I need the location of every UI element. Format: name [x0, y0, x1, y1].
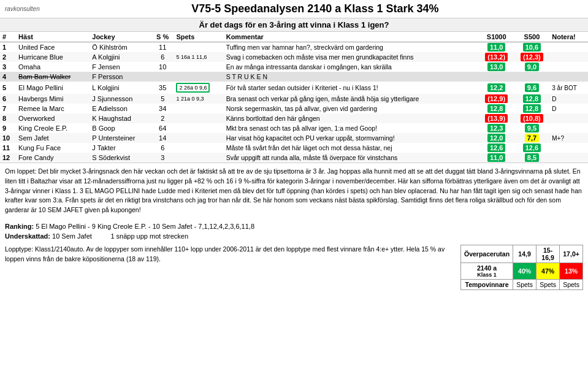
row-s500: 12,6 — [514, 143, 550, 153]
pace-row1-c2: 47% — [536, 262, 559, 279]
col-spets: Spets — [174, 32, 223, 42]
ranking-block: Ranking: 5 El Mago Pellini - 9 King Creo… — [0, 219, 588, 242]
row-s1000: (12,9) — [479, 94, 514, 104]
ranking-text: 5 El Mago Pellini - 9 King Creole E.P. -… — [36, 223, 254, 230]
row-notera — [549, 52, 588, 62]
pace-row2-c2: Spets — [536, 279, 559, 289]
row-s500: (10,8) — [514, 113, 550, 123]
col-kommentar: Kommentar — [224, 32, 479, 42]
row-kommentar: Mkt bra senast och tas på allvar igen, 1… — [224, 123, 479, 133]
col-num: # — [0, 32, 16, 42]
row-jockey: B Goop — [90, 123, 151, 133]
row-kommentar: En av många intressanta danskar i omgång… — [224, 62, 479, 72]
col-spets-pct: S % — [151, 32, 174, 42]
row-notera — [549, 113, 588, 123]
row-horse: Sem Jafet — [16, 133, 90, 143]
row-kommentar: Bra senast och verkar på gång igen, måst… — [224, 94, 479, 104]
row-s1000: 12,2 — [479, 82, 514, 94]
col-horse: Häst — [16, 32, 90, 42]
row-s1000: 12,8 — [479, 104, 514, 113]
row-horse: United Face — [16, 42, 90, 53]
logo: ravkonsulten — [5, 6, 40, 12]
row-s1000: (13,2) — [479, 52, 514, 62]
underskattad-text: 10 Sem Jafet — [52, 232, 92, 240]
row-s500: 8,5 — [514, 153, 550, 163]
row-num: 10 — [0, 133, 16, 143]
row-kommentar: För två starter sedan outsider i Kriteri… — [224, 82, 479, 94]
page-title: V75-5 Speedanalysen 2140 a Klass 1 Stark… — [47, 2, 583, 15]
row-kommentar: Måste få svårt från det här läget och mo… — [224, 143, 479, 153]
row-jockey: F Persson — [90, 72, 151, 82]
row-jockey: Ö Kihlström — [90, 42, 151, 53]
row-spets-pct: 14 — [151, 133, 174, 143]
col-jockey: Jockey — [90, 32, 151, 42]
row-num: 5 — [0, 82, 16, 94]
row-kommentar: Känns bortlottad den här gången — [224, 113, 479, 123]
row-s500: 12,8 — [514, 94, 550, 104]
row-horse: Hurricane Blue — [16, 52, 90, 62]
main-table: # Häst Jockey S % Spets Kommentar S1000 … — [0, 32, 588, 163]
row-spets-pct: 34 — [151, 104, 174, 113]
row-horse: Omaha — [16, 62, 90, 72]
header-top: ravkonsulten V75-5 Speedanalysen 2140 a … — [0, 0, 588, 18]
row-s1000 — [479, 72, 514, 82]
row-s500: 10,6 — [514, 42, 550, 53]
row-spets-pct: 64 — [151, 123, 174, 133]
row-horse: King Creole E.P. — [16, 123, 90, 133]
row-notera — [549, 143, 588, 153]
row-spets: 5 16a 1 11,6 — [174, 52, 223, 62]
pace-col2-header: 15-16,9 — [536, 245, 559, 262]
bottom-section: Lopptype: Klass1/2140auto. Av de loppype… — [0, 242, 588, 293]
pace-header-label: Överpacerutan — [461, 245, 513, 262]
row-num: 11 — [0, 143, 16, 153]
pace-col1-header: 14,9 — [513, 245, 536, 262]
row-spets-pct: 6 — [151, 143, 174, 153]
row-s500: 9,0 — [514, 62, 550, 72]
row-s1000: 12,3 — [479, 123, 514, 133]
row-s1000: 11,0 — [479, 42, 514, 53]
underskattad-sub: 1 snäpp upp mot strecken — [110, 232, 188, 240]
row-horse: El Mago Pellini — [16, 82, 90, 94]
col-notera: Notera! — [549, 32, 588, 42]
row-s1000: 11,0 — [479, 153, 514, 163]
row-num: 9 — [0, 123, 16, 133]
row-kommentar: Svag i comebacken och måste visa mer men… — [224, 52, 479, 62]
row-spets — [174, 143, 223, 153]
row-notera: D — [549, 94, 588, 104]
col-s500: S500 — [514, 32, 550, 42]
row-kommentar: S T R U K E N — [224, 72, 479, 82]
row-spets — [174, 42, 223, 53]
row-jockey: P Untersteiner — [90, 133, 151, 143]
row-num: 1 — [0, 42, 16, 53]
row-horse: Overworked — [16, 113, 90, 123]
row-horse: Kung Fu Face — [16, 143, 90, 153]
row-s1000: 12,0 — [479, 133, 514, 143]
row-notera — [549, 42, 588, 53]
pace-row2-c1: Spets — [513, 279, 536, 289]
row-horse: Havbergs Mimi — [16, 94, 90, 104]
pace-row1-label: 2140 a Klass 1 — [461, 262, 513, 279]
row-spets — [174, 113, 223, 123]
row-kommentar: Svår uppgift att runda alla, måste få öv… — [224, 153, 479, 163]
row-notera — [549, 62, 588, 72]
row-spets-pct: 2 — [151, 113, 174, 123]
row-s500: 9,6 — [514, 82, 550, 94]
row-spets-pct: 11 — [151, 42, 174, 53]
row-notera: 3 år BOT — [549, 82, 588, 94]
row-kommentar: Tuffing men var hamnar han?, streckvärd … — [224, 42, 479, 53]
row-spets — [174, 153, 223, 163]
row-notera: D — [549, 104, 588, 113]
row-spets — [174, 72, 223, 82]
row-spets: 2 26a 0 9,6 — [174, 82, 223, 94]
row-jockey: E Adielsson — [90, 104, 151, 113]
row-jockey: F Jensen — [90, 62, 151, 72]
pace-row2-label: Tempovinnare — [461, 279, 513, 289]
row-notera — [549, 72, 588, 82]
row-spets-pct: 10 — [151, 62, 174, 72]
row-jockey: J Sjunnesson — [90, 94, 151, 104]
row-num: 6 — [0, 94, 16, 104]
row-s1000: 13,0 — [479, 62, 514, 72]
header-question: Är det dags för en 3-åring att vinna i K… — [0, 18, 588, 32]
pace-table: Överpacerutan 14,9 15-16,9 17,0+ 2140 a … — [460, 245, 583, 290]
row-s500: 12,8 — [514, 104, 550, 113]
